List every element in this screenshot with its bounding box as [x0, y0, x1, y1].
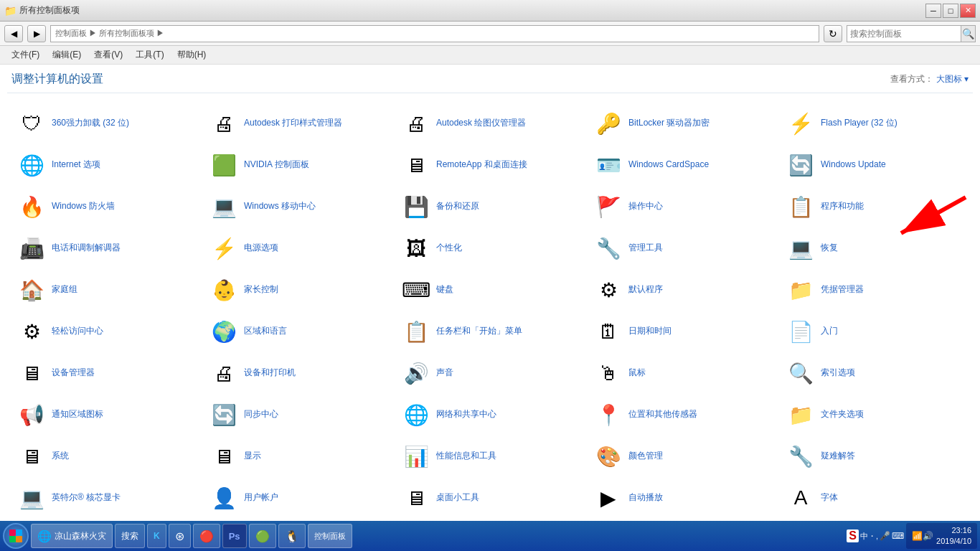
icon-item-43[interactable]: 🎨颜色管理 [587, 436, 778, 476]
taskbar-chrome-btn[interactable]: 🔴 [193, 524, 220, 548]
icon-item-47[interactable]: 🖥桌面小工具 [395, 478, 585, 518]
taskbar-browser-btn[interactable]: 🌐 凉山森林火灾 [31, 524, 113, 548]
search-button[interactable]: 🔍 [961, 26, 975, 42]
taskbar-360-btn[interactable]: ⊛ [169, 524, 191, 548]
icon-item-48[interactable]: ▶自动播放 [587, 478, 778, 518]
icon-item-4[interactable]: ⚡Flash Player (32 位) [779, 103, 970, 143]
icon-box-20: 🏠 [17, 276, 46, 304]
icon-item-39[interactable]: 📁文件夹选项 [779, 395, 970, 435]
icon-item-8[interactable]: 🪪Windows CardSpace [587, 145, 778, 185]
icon-box-14: 📋 [786, 192, 815, 221]
icon-item-46[interactable]: 👤用户帐户 [202, 478, 393, 518]
address-bar: ◀ ▶ 控制面板 ▶ 所有控制面板项 ▶ ↻ 🔍 [0, 22, 980, 46]
icon-item-33[interactable]: 🖱鼠标 [587, 353, 778, 393]
icon-label-44: 疑难解答 [821, 451, 855, 462]
icon-item-32[interactable]: 🔊声音 [395, 353, 585, 393]
icon-item-7[interactable]: 🖥RemoteApp 和桌面连接 [395, 145, 585, 185]
icon-item-9[interactable]: 🔄Windows Update [779, 145, 970, 185]
icon-item-17[interactable]: 🖼个性化 [395, 228, 585, 268]
maximize-button[interactable]: □ [943, 4, 958, 18]
tray-date-value: 2019/4/10 [936, 536, 971, 547]
search-input[interactable] [847, 29, 961, 39]
icon-item-23[interactable]: ⚙默认程序 [587, 270, 778, 310]
close-button[interactable]: ✕ [960, 4, 976, 18]
icon-item-36[interactable]: 🔄同步中心 [202, 395, 393, 435]
icon-item-6[interactable]: 🟩NVIDIA 控制面板 [202, 145, 393, 185]
icon-label-20: 家庭组 [52, 284, 77, 296]
icon-box-38: 📍 [594, 400, 623, 429]
icon-item-44[interactable]: 🔧疑难解答 [779, 436, 970, 476]
icon-label-22: 键盘 [436, 284, 453, 296]
icon-item-20[interactable]: 🏠家庭组 [10, 270, 201, 310]
icon-item-15[interactable]: 📠电话和调制解调器 [10, 228, 201, 268]
taskbar-k-btn[interactable]: K [147, 524, 166, 548]
icon-box-16: ⚡ [209, 234, 238, 263]
icon-item-0[interactable]: 🛡360强力卸载 (32 位) [10, 103, 201, 143]
icon-box-45: 💻 [17, 484, 46, 512]
icon-label-17: 个性化 [436, 242, 462, 254]
icon-item-30[interactable]: 🖥设备管理器 [10, 353, 201, 393]
icon-item-45[interactable]: 💻英特尔® 核芯显卡 [10, 478, 201, 518]
taskbar-qq-btn[interactable]: 🐧 [278, 524, 306, 548]
icon-label-25: 轻松访问中心 [52, 326, 103, 337]
icon-label-38: 位置和其他传感器 [628, 409, 697, 420]
icon-item-38[interactable]: 📍位置和其他传感器 [587, 395, 778, 435]
icon-box-28: 🗓 [594, 317, 623, 346]
icon-item-24[interactable]: 📁凭据管理器 [779, 270, 970, 310]
icon-item-42[interactable]: 📊性能信息和工具 [395, 436, 585, 476]
icon-item-12[interactable]: 💾备份和还原 [395, 187, 585, 227]
icon-item-26[interactable]: 🌍区域和语言 [202, 311, 393, 352]
taskbar-green-btn[interactable]: 🟢 [249, 524, 276, 548]
back-button[interactable]: ◀ [4, 25, 23, 42]
taskbar-ps-btn[interactable]: Ps [222, 524, 247, 548]
icon-label-2: Autodesk 绘图仪管理器 [436, 118, 526, 129]
icon-item-41[interactable]: 🖥显示 [202, 436, 393, 476]
icon-item-16[interactable]: ⚡电源选项 [202, 228, 393, 268]
icon-item-22[interactable]: ⌨键盘 [395, 270, 585, 310]
icon-label-49: 字体 [821, 492, 838, 504]
view-value[interactable]: 大图标 ▾ [936, 73, 969, 85]
icon-item-18[interactable]: 🔧管理工具 [587, 228, 778, 268]
icon-item-31[interactable]: 🖨设备和打印机 [202, 353, 393, 393]
svg-rect-3 [16, 529, 22, 536]
icon-item-49[interactable]: A字体 [779, 478, 970, 518]
icon-item-25[interactable]: ⚙轻松访问中心 [10, 311, 201, 352]
icon-item-14[interactable]: 📋程序和功能 [779, 187, 970, 227]
icon-label-13: 操作中心 [628, 201, 663, 212]
icon-item-19[interactable]: 💻恢复 [779, 228, 970, 268]
taskbar-search-btn[interactable]: 搜索 [115, 524, 145, 548]
menu-edit[interactable]: 编辑(E) [47, 47, 87, 63]
forward-button[interactable]: ▶ [27, 25, 46, 42]
keyboard-icon: ⌨ [892, 531, 904, 541]
icon-label-37: 网络和共享中心 [436, 409, 496, 420]
icon-item-27[interactable]: 📋任务栏和「开始」菜单 [395, 311, 585, 352]
icon-item-11[interactable]: 💻Windows 移动中心 [202, 187, 393, 227]
ime-area: S 中・, 🎤 ⌨ [847, 529, 904, 542]
icon-item-29[interactable]: 📄入门 [779, 311, 970, 352]
icon-item-2[interactable]: 🖨Autodesk 绘图仪管理器 [395, 103, 585, 143]
icon-item-34[interactable]: 🔍索引选项 [779, 353, 970, 393]
minimize-button[interactable]: ─ [925, 4, 941, 18]
address-field[interactable]: 控制面板 ▶ 所有控制面板项 ▶ [50, 25, 819, 42]
taskbar-cp-btn[interactable]: 控制面板 [308, 524, 352, 548]
menu-tools[interactable]: 工具(T) [130, 47, 169, 63]
icon-item-13[interactable]: 🚩操作中心 [587, 187, 778, 227]
icon-item-5[interactable]: 🌐Internet 选项 [10, 145, 201, 185]
icon-item-21[interactable]: 👶家长控制 [202, 270, 393, 310]
menu-help[interactable]: 帮助(H) [171, 47, 212, 63]
icon-item-3[interactable]: 🔑BitLocker 驱动器加密 [587, 103, 778, 143]
icon-item-28[interactable]: 🗓日期和时间 [587, 311, 778, 352]
start-button[interactable] [3, 523, 29, 549]
icon-label-1: Autodesk 打印样式管理器 [244, 118, 342, 129]
menu-file[interactable]: 文件(F) [6, 47, 45, 63]
icon-item-40[interactable]: 🖥系统 [10, 436, 201, 476]
refresh-button[interactable]: ↻ [824, 25, 842, 42]
menu-view[interactable]: 查看(V) [88, 47, 128, 63]
icon-box-24: 📁 [786, 276, 815, 304]
icon-item-37[interactable]: 🌐网络和共享中心 [395, 395, 585, 435]
icon-label-5: Internet 选项 [52, 159, 100, 171]
icon-item-1[interactable]: 🖨Autodesk 打印样式管理器 [202, 103, 393, 143]
icon-item-10[interactable]: 🔥Windows 防火墙 [10, 187, 201, 227]
search-box: 🔍 [847, 25, 976, 42]
icon-item-35[interactable]: 📢通知区域图标 [10, 395, 201, 435]
